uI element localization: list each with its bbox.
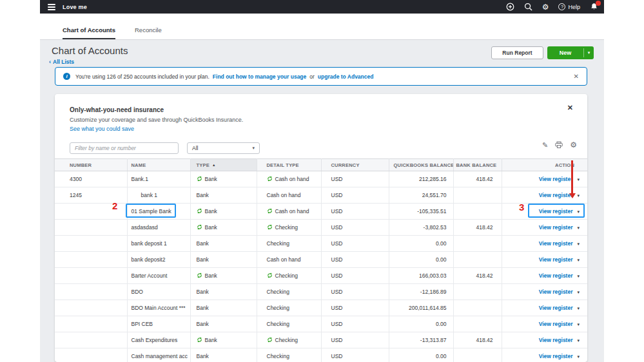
cell-action: View register▾ [502, 268, 587, 284]
help-menu[interactable]: ? Help [558, 3, 580, 10]
cell-bank-balance: 418.42 [453, 220, 502, 236]
view-register-link[interactable]: View register [539, 337, 573, 343]
action-dropdown-caret-icon[interactable]: ▾ [577, 354, 580, 359]
column-header-number[interactable]: NUMBER [55, 159, 127, 171]
manage-usage-link[interactable]: Find out how to manage your usage [213, 73, 306, 80]
cell-type: Bank [190, 220, 257, 236]
run-report-button[interactable]: Run Report [491, 46, 543, 59]
new-account-button[interactable]: New ▾ [547, 46, 594, 59]
cell-bank-balance [453, 252, 502, 268]
table-toolbar: ✎ ⚙ [542, 141, 577, 149]
company-name: Love me [63, 4, 87, 10]
hamburger-menu-icon[interactable] [48, 4, 55, 10]
column-header-detail-type[interactable]: DETAIL TYPE [257, 159, 321, 171]
column-header-quickbooks-balance[interactable]: QUICKBOOKS BALANCE [389, 159, 453, 171]
action-dropdown-caret-icon[interactable]: ▾ [577, 209, 580, 214]
new-dropdown-caret-icon[interactable]: ▾ [584, 46, 594, 59]
bank-linked-icon [267, 224, 273, 230]
view-register-link[interactable]: View register [539, 256, 573, 263]
action-dropdown-caret-icon[interactable]: ▾ [577, 193, 580, 198]
cell-type: Bank [190, 332, 257, 348]
cell-account-name: BPI CEB [127, 316, 190, 332]
cell-bank-balance [453, 300, 502, 316]
bank-linked-icon [267, 208, 273, 214]
action-dropdown-caret-icon[interactable]: ▾ [577, 322, 580, 327]
account-row: 01 Sample BankBankCash on handUSD-105,33… [55, 204, 587, 220]
promo-title: Only-what-you-need insurance [70, 106, 164, 113]
banner-close-icon[interactable]: ✕ [574, 73, 579, 80]
accounts-table-body: 4300Bank.1BankCash on handUSD212,285.164… [55, 171, 587, 362]
action-dropdown-caret-icon[interactable]: ▾ [577, 177, 580, 182]
table-settings-gear-icon[interactable]: ⚙ [570, 141, 577, 149]
cell-number [55, 236, 127, 252]
promo-body: Customize your coverage and save through… [70, 117, 243, 123]
cell-number [55, 252, 127, 268]
cell-number: 4300 [55, 171, 127, 187]
action-dropdown-caret-icon[interactable]: ▾ [577, 338, 580, 343]
promo-savings-link[interactable]: See what you could save [70, 126, 134, 132]
view-register-link[interactable]: View register [539, 289, 573, 295]
cell-number [55, 316, 127, 332]
quick-create-plus-icon[interactable] [506, 3, 514, 11]
cell-action: View register▾ [502, 171, 587, 187]
cell-number [55, 204, 127, 220]
cell-detail-type: Checking [257, 268, 321, 284]
cell-action: View register▾ [502, 300, 587, 316]
cell-currency: USD [321, 316, 389, 332]
type-filter-value: All [192, 145, 198, 151]
account-row: bank deposit 1BankCheckingUSD0.00View re… [55, 236, 587, 252]
cell-currency: USD [321, 332, 389, 348]
view-register-link[interactable]: View register [539, 176, 573, 182]
view-register-link[interactable]: View register [539, 321, 573, 327]
page-tabs: Chart of Accounts Reconcile [40, 14, 604, 40]
column-header-bank-balance[interactable]: BANK BALANCE [453, 159, 502, 171]
view-register-link[interactable]: View register [539, 208, 573, 214]
view-register-link[interactable]: View register [539, 224, 573, 231]
cell-currency: USD [321, 348, 389, 362]
dropdown-caret-icon: ▾ [252, 146, 255, 151]
type-filter-dropdown[interactable]: All ▾ [187, 142, 260, 154]
column-header-currency[interactable]: CURRENCY [321, 159, 389, 171]
action-dropdown-caret-icon[interactable]: ▾ [577, 258, 580, 262]
view-register-link[interactable]: View register [539, 240, 573, 247]
action-dropdown-caret-icon[interactable]: ▾ [577, 242, 580, 246]
cell-quickbooks-balance: 0.00 [389, 348, 453, 362]
filter-search-input[interactable] [70, 142, 179, 154]
column-header-action: ACTION [502, 159, 587, 171]
view-register-link[interactable]: View register [539, 192, 573, 198]
cell-type: Bank [190, 316, 257, 332]
cell-quickbooks-balance: -13,313.87 [389, 332, 453, 348]
promo-close-icon[interactable]: ✕ [567, 104, 573, 112]
tab-chart-of-accounts[interactable]: Chart of Accounts [63, 26, 115, 39]
column-header-name[interactable]: NAME [127, 159, 190, 171]
tab-reconcile[interactable]: Reconcile [135, 26, 162, 39]
action-dropdown-caret-icon[interactable]: ▾ [577, 306, 580, 310]
notifications-bell-icon[interactable] [590, 3, 598, 11]
print-icon[interactable] [555, 141, 563, 149]
action-dropdown-caret-icon[interactable]: ▾ [577, 225, 580, 230]
account-row: 4300Bank.1BankCash on handUSD212,285.164… [55, 171, 587, 187]
cell-detail-type: Checking [257, 348, 321, 362]
cell-currency: USD [321, 204, 389, 220]
column-header-type[interactable]: TYPE▲ [190, 159, 257, 171]
bank-linked-icon [197, 176, 202, 182]
action-dropdown-caret-icon[interactable]: ▾ [577, 274, 580, 278]
cell-account-name: asdasdasd [127, 220, 190, 236]
upgrade-advanced-link[interactable]: upgrade to Advanced [318, 73, 374, 80]
view-register-link[interactable]: View register [539, 272, 573, 279]
cell-number [55, 268, 127, 284]
edit-pencil-icon[interactable]: ✎ [542, 142, 548, 149]
cell-account-name: BDO [127, 284, 190, 300]
settings-gear-icon[interactable]: ⚙ [542, 3, 549, 11]
cell-detail-type: Checking [257, 236, 321, 252]
cell-detail-type: Checking [257, 284, 321, 300]
cell-number [55, 348, 127, 362]
view-register-link[interactable]: View register [539, 305, 573, 311]
cell-type: Bank [190, 252, 257, 268]
cell-currency: USD [321, 284, 389, 300]
view-register-link[interactable]: View register [539, 353, 573, 359]
cell-bank-balance [453, 316, 502, 332]
action-dropdown-caret-icon[interactable]: ▾ [577, 290, 580, 294]
all-lists-back-link[interactable]: ‹All Lists [49, 59, 74, 65]
search-icon[interactable] [524, 3, 532, 11]
